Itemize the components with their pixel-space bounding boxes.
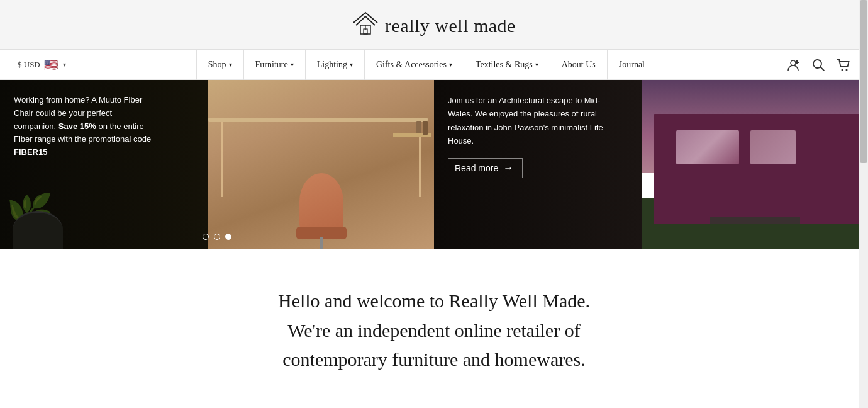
nav-item-lighting[interactable]: Lighting ▾ xyxy=(306,50,365,80)
logo[interactable]: really well made xyxy=(352,11,516,40)
svg-point-8 xyxy=(842,69,843,71)
carousel-dot-2[interactable] xyxy=(214,234,220,240)
hero-left-panel: 🌿 Working from home? A Muuto Fiber Chair… xyxy=(0,80,434,249)
welcome-section: Hello and welcome to Really Well Made. W… xyxy=(0,249,868,400)
nav-item-furniture[interactable]: Furniture ▾ xyxy=(244,50,306,80)
nav-item-journal[interactable]: Journal xyxy=(608,50,656,80)
hero-right-panel: Join us for an Architectural escape to M… xyxy=(434,80,868,249)
hero-left-text: Working from home? A Muuto Fiber Chair c… xyxy=(14,94,152,159)
search-icon[interactable] xyxy=(811,58,825,72)
cart-icon[interactable] xyxy=(837,58,850,72)
scrollbar-thumb[interactable] xyxy=(860,0,867,163)
carousel-dot-3[interactable] xyxy=(225,234,231,240)
hero-promo-text: Working from home? A Muuto Fiber Chair c… xyxy=(14,94,152,159)
carousel-dot-1[interactable] xyxy=(203,234,209,240)
read-more-button[interactable]: Read more → xyxy=(448,158,523,178)
navbar: $ USD 🇺🇸 ▾ Shop ▾ Furniture ▾ Lighting ▾… xyxy=(0,50,868,80)
welcome-text: Hello and welcome to Really Well Made. W… xyxy=(214,286,654,375)
arrow-right-icon: → xyxy=(503,162,513,174)
nav-item-shop[interactable]: Shop ▾ xyxy=(196,50,244,80)
svg-point-9 xyxy=(846,69,848,71)
nav-item-gifts[interactable]: Gifts & Accessories ▾ xyxy=(365,50,464,80)
svg-point-3 xyxy=(791,60,796,65)
chevron-down-icon: ▾ xyxy=(291,61,294,68)
logo-text: really well made xyxy=(385,15,516,37)
chevron-down-icon: ▾ xyxy=(449,61,452,68)
logo-icon xyxy=(352,11,379,40)
currency-label: $ USD xyxy=(18,60,40,70)
chevron-down-icon: ▾ xyxy=(350,61,353,68)
scrollbar-track[interactable] xyxy=(859,0,868,400)
chevron-down-icon: ▾ xyxy=(535,61,538,68)
hero-right-text: Join us for an Architectural escape to M… xyxy=(448,94,605,178)
nav-icons xyxy=(786,58,850,72)
nav-item-about[interactable]: About Us xyxy=(550,50,608,80)
read-more-label: Read more xyxy=(455,163,498,173)
hero-section: 🌿 Working from home? A Muuto Fiber Chair… xyxy=(0,80,868,249)
site-header: really well made xyxy=(0,0,868,50)
account-icon[interactable] xyxy=(786,58,800,72)
carousel-dots xyxy=(203,234,231,240)
currency-flag: 🇺🇸 xyxy=(44,58,58,72)
svg-line-7 xyxy=(821,67,825,71)
nav-item-textiles[interactable]: Textiles & Rugs ▾ xyxy=(464,50,550,80)
currency-selector[interactable]: $ USD 🇺🇸 ▾ xyxy=(18,58,66,72)
chevron-down-icon: ▾ xyxy=(63,61,66,68)
hero-journal-text: Join us for an Architectural escape to M… xyxy=(448,94,605,148)
chevron-down-icon: ▾ xyxy=(229,61,232,68)
main-nav: Shop ▾ Furniture ▾ Lighting ▾ Gifts & Ac… xyxy=(196,50,656,80)
